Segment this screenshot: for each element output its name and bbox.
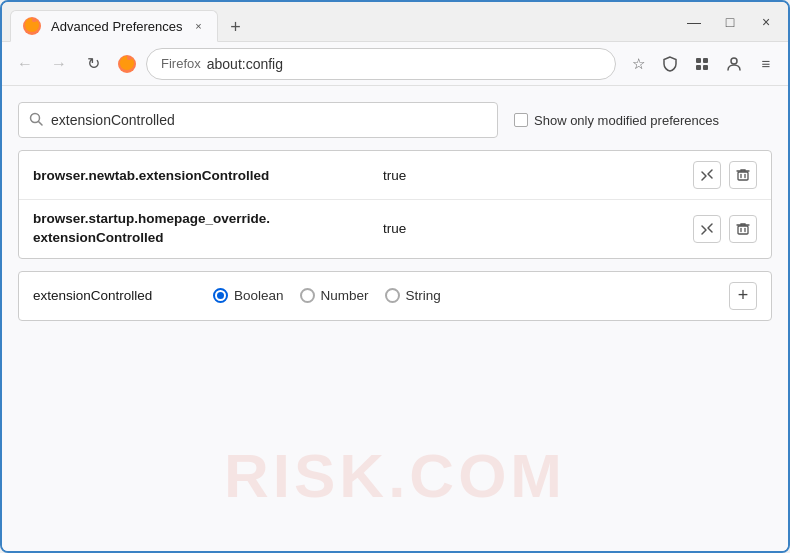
- add-preference-row: extensionControlled Boolean Number Strin…: [18, 271, 772, 321]
- svg-rect-5: [703, 65, 708, 70]
- active-tab[interactable]: Advanced Preferences ×: [10, 10, 218, 42]
- browser-window: Advanced Preferences × + — □ × ← → ↻ Fir…: [0, 0, 790, 553]
- titlebar: Advanced Preferences × + — □ ×: [2, 2, 788, 42]
- content-area: RISK.COM extensionControlled Show only m…: [2, 86, 788, 551]
- nav-icons: ☆ ≡: [624, 50, 780, 78]
- firefox-logo-icon: [116, 53, 138, 75]
- radio-boolean-label: Boolean: [234, 288, 284, 303]
- extension-icon[interactable]: [688, 50, 716, 78]
- search-row: extensionControlled Show only modified p…: [18, 102, 772, 138]
- radio-string-circle: [385, 288, 400, 303]
- row-actions-1: [693, 161, 757, 189]
- forward-button[interactable]: →: [44, 49, 74, 79]
- radio-number-circle: [300, 288, 315, 303]
- results-table: browser.newtab.extensionControlled true: [18, 150, 772, 259]
- table-row: browser.newtab.extensionControlled true: [19, 151, 771, 200]
- radio-boolean[interactable]: Boolean: [213, 288, 284, 303]
- pref-name-1: browser.newtab.extensionControlled: [33, 168, 373, 183]
- svg-rect-9: [738, 172, 748, 180]
- address-text: about:config: [207, 56, 283, 72]
- search-value: extensionControlled: [51, 112, 487, 128]
- pref-name-2: browser.startup.homepage_override. exten…: [33, 210, 373, 248]
- svg-rect-2: [696, 58, 701, 63]
- firefox-tab-icon: [21, 15, 43, 37]
- tab-area: Advanced Preferences × +: [10, 2, 672, 41]
- account-icon[interactable]: [720, 50, 748, 78]
- radio-number[interactable]: Number: [300, 288, 369, 303]
- type-radio-group: Boolean Number String: [213, 288, 709, 303]
- pref-value-1: true: [383, 168, 683, 183]
- toggle-button-1[interactable]: [693, 161, 721, 189]
- row-actions-2: [693, 215, 757, 243]
- svg-rect-3: [703, 58, 708, 63]
- window-controls: — □ ×: [680, 8, 780, 36]
- browser-name-label: Firefox: [161, 56, 201, 71]
- delete-button-1[interactable]: [729, 161, 757, 189]
- svg-rect-12: [738, 226, 748, 234]
- svg-point-6: [731, 58, 737, 64]
- radio-string[interactable]: String: [385, 288, 441, 303]
- tab-label: Advanced Preferences: [51, 19, 183, 34]
- table-row: browser.startup.homepage_override. exten…: [19, 200, 771, 258]
- navbar: ← → ↻ Firefox about:config ☆: [2, 42, 788, 86]
- tab-close-button[interactable]: ×: [191, 18, 207, 34]
- add-preference-button[interactable]: +: [729, 282, 757, 310]
- show-modified-row: Show only modified preferences: [514, 113, 719, 128]
- maximize-button[interactable]: □: [716, 8, 744, 36]
- svg-rect-4: [696, 65, 701, 70]
- close-button[interactable]: ×: [752, 8, 780, 36]
- radio-string-label: String: [406, 288, 441, 303]
- pref-value-2: true: [383, 221, 683, 236]
- radio-number-label: Number: [321, 288, 369, 303]
- svg-line-8: [39, 121, 43, 125]
- radio-boolean-circle: [213, 288, 228, 303]
- search-box[interactable]: extensionControlled: [18, 102, 498, 138]
- refresh-button[interactable]: ↻: [78, 49, 108, 79]
- watermark: RISK.COM: [224, 440, 566, 511]
- toggle-button-2[interactable]: [693, 215, 721, 243]
- back-button[interactable]: ←: [10, 49, 40, 79]
- new-tab-button[interactable]: +: [222, 13, 250, 41]
- new-pref-name: extensionControlled: [33, 288, 193, 303]
- address-bar[interactable]: Firefox about:config: [146, 48, 616, 80]
- shield-icon[interactable]: [656, 50, 684, 78]
- show-modified-checkbox[interactable]: [514, 113, 528, 127]
- menu-icon[interactable]: ≡: [752, 50, 780, 78]
- bookmark-icon[interactable]: ☆: [624, 50, 652, 78]
- delete-button-2[interactable]: [729, 215, 757, 243]
- show-modified-label: Show only modified preferences: [534, 113, 719, 128]
- minimize-button[interactable]: —: [680, 8, 708, 36]
- search-icon: [29, 112, 43, 129]
